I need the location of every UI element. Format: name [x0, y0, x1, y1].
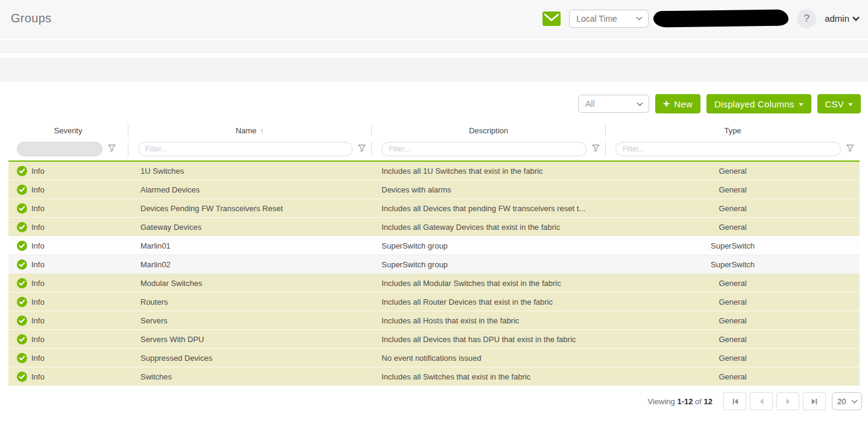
- table-row[interactable]: InfoSuppressed DevicesNo event notificat…: [8, 349, 860, 367]
- chevron-down-icon: [637, 14, 643, 21]
- table-row[interactable]: InfoAlarmed DevicesDevices with alarmsGe…: [8, 180, 860, 199]
- name-filter-input[interactable]: [138, 142, 353, 156]
- severity-filter-input: [17, 142, 102, 156]
- severity-label: Info: [31, 354, 45, 363]
- table-row[interactable]: InfoRoutersIncludes all Router Devices t…: [8, 293, 860, 311]
- scope-select[interactable]: All: [578, 95, 649, 113]
- name-cell: Switches: [128, 372, 372, 381]
- help-icon: ?: [804, 13, 809, 25]
- column-header-label: Description: [469, 126, 508, 135]
- table-row[interactable]: InfoServersIncludes all Hosts that exist…: [8, 311, 860, 330]
- filter-funnel-icon[interactable]: [358, 144, 366, 154]
- pagination-bar: Viewing 1-12 of 12 20: [0, 392, 868, 410]
- description-cell: Includes all Modular Switches that exist…: [372, 279, 606, 288]
- displayed-columns-button[interactable]: Displayed Columns: [706, 94, 811, 113]
- page-size-select[interactable]: 20: [832, 392, 862, 410]
- type-cell: General: [606, 167, 860, 176]
- table-row[interactable]: InfoDevices Pending FW Transceivers Rese…: [8, 199, 860, 218]
- severity-label: Info: [31, 223, 45, 232]
- timezone-select[interactable]: Local Time: [569, 10, 649, 28]
- viewing-summary: Viewing 1-12 of 12: [647, 397, 712, 406]
- type-filter-input[interactable]: [615, 142, 841, 156]
- severity-cell: Info: [8, 316, 128, 326]
- severity-cell: Info: [8, 185, 128, 195]
- header-actions: Local Time ? admin: [542, 9, 858, 28]
- column-header-severity[interactable]: Severity: [8, 124, 128, 136]
- type-filter-cell: [606, 142, 860, 156]
- description-cell: Includes all Devices that pending FW tra…: [372, 204, 606, 213]
- column-header-label: Severity: [54, 126, 83, 135]
- first-page-button[interactable]: [723, 392, 746, 410]
- type-cell: General: [606, 204, 860, 213]
- user-menu-label: admin: [825, 13, 849, 24]
- severity-label: Info: [31, 335, 45, 344]
- filter-funnel-icon[interactable]: [108, 144, 116, 154]
- severity-ok-icon: [17, 166, 27, 176]
- new-button[interactable]: + New: [655, 94, 700, 113]
- table-header-row: Severity Name ↑ Description Type: [8, 121, 860, 140]
- name-cell: 1U Switches: [128, 167, 372, 176]
- description-cell: Includes all Gateway Devices that exist …: [372, 223, 606, 232]
- severity-ok-icon: [17, 334, 27, 345]
- type-cell: General: [606, 185, 860, 194]
- name-filter-cell: [128, 142, 372, 156]
- severity-ok-icon: [17, 278, 27, 288]
- table-row[interactable]: InfoMarlin02SuperSwitch groupSuperSwitch: [8, 255, 860, 274]
- severity-label: Info: [31, 185, 45, 194]
- filter-row: [8, 140, 860, 158]
- csv-button[interactable]: CSV: [817, 94, 861, 113]
- severity-cell: Info: [8, 334, 128, 345]
- severity-label: Info: [31, 297, 45, 306]
- severity-cell: Info: [8, 353, 128, 363]
- name-cell: Routers: [128, 297, 372, 306]
- type-cell: General: [606, 335, 860, 344]
- timezone-select-value: Local Time: [576, 14, 617, 24]
- sub-header-band: [0, 40, 868, 53]
- last-page-button[interactable]: [803, 392, 826, 410]
- filter-funnel-icon[interactable]: [846, 144, 854, 154]
- page-title: Groups: [11, 11, 51, 25]
- severity-cell: Info: [8, 278, 128, 288]
- table-row[interactable]: InfoModular SwitchesIncludes all Modular…: [8, 274, 860, 293]
- scope-select-value: All: [585, 99, 595, 109]
- severity-ok-icon: [17, 372, 27, 382]
- type-cell: General: [606, 223, 860, 232]
- type-cell: General: [606, 279, 860, 288]
- description-filter-input[interactable]: [382, 142, 587, 156]
- severity-label: Info: [31, 260, 45, 269]
- table-row[interactable]: InfoMarlin01SuperSwitch groupSuperSwitch: [8, 237, 860, 255]
- name-cell: Servers With DPU: [128, 335, 372, 344]
- user-menu[interactable]: admin: [825, 13, 858, 24]
- description-cell: SuperSwitch group: [372, 241, 606, 250]
- severity-ok-icon: [17, 241, 27, 251]
- description-cell: Includes all 1U Switches that exist in t…: [372, 167, 606, 176]
- table-row[interactable]: InfoSwitchesIncludes all Switches that e…: [8, 367, 860, 386]
- column-header-description[interactable]: Description: [372, 124, 606, 136]
- page-size-value: 20: [837, 397, 846, 406]
- description-cell: SuperSwitch group: [372, 260, 606, 269]
- filter-funnel-icon[interactable]: [592, 144, 600, 154]
- type-cell: General: [606, 297, 860, 306]
- new-button-label: New: [674, 99, 693, 109]
- severity-ok-icon: [17, 203, 27, 214]
- help-button[interactable]: ?: [797, 9, 816, 28]
- table-row[interactable]: Info1U SwitchesIncludes all 1U Switches …: [8, 162, 860, 180]
- chevron-down-icon: [852, 397, 858, 403]
- severity-cell: Info: [8, 166, 128, 176]
- table-row[interactable]: InfoServers With DPUIncludes all Devices…: [8, 330, 860, 349]
- breadcrumb-band: [0, 57, 868, 81]
- severity-ok-icon: [17, 222, 27, 232]
- first-page-icon: [731, 398, 739, 405]
- description-cell: No event notifications issued: [372, 354, 606, 363]
- severity-cell: Info: [8, 222, 128, 232]
- type-cell: General: [606, 354, 860, 363]
- next-page-button[interactable]: [776, 392, 799, 410]
- column-header-name[interactable]: Name ↑: [128, 124, 372, 136]
- mail-icon[interactable]: [542, 11, 561, 26]
- severity-label: Info: [31, 204, 45, 213]
- column-header-type[interactable]: Type: [606, 124, 860, 136]
- table-toolbar: All + New Displayed Columns CSV: [0, 94, 868, 113]
- prev-page-button[interactable]: [750, 392, 773, 410]
- prev-page-icon: [758, 398, 766, 405]
- table-row[interactable]: InfoGateway DevicesIncludes all Gateway …: [8, 218, 860, 237]
